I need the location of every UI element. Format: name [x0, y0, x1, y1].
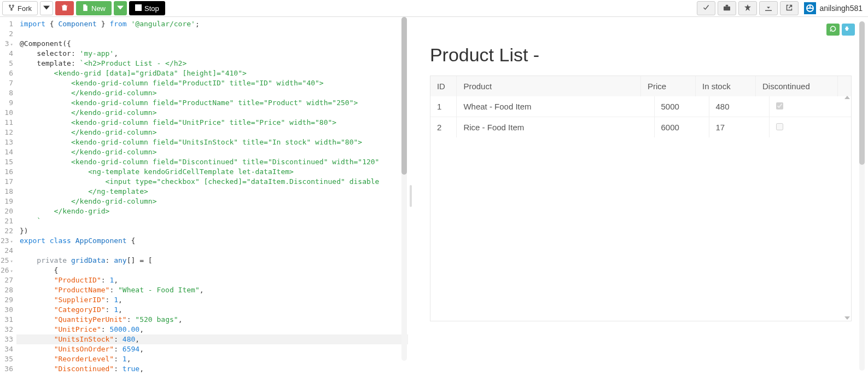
expand-preview-button[interactable]	[842, 24, 855, 36]
svg-point-1	[13, 5, 14, 6]
preview-pane: Product List - IDProductPriceIn stockDis…	[413, 17, 868, 375]
caret-down-icon	[117, 4, 124, 13]
star-icon	[744, 4, 751, 13]
caret-down-icon	[43, 4, 50, 13]
editor-code[interactable]: import { Component } from '@angular/core…	[16, 17, 408, 375]
preview-actions	[826, 24, 855, 36]
grid-scrollbar[interactable]	[843, 96, 850, 320]
stop-button[interactable]: Stop	[129, 1, 165, 15]
svg-rect-4	[724, 6, 730, 10]
external-link-icon	[786, 4, 793, 13]
editor-pane: 1234567891011121314151617181920212223242…	[0, 17, 408, 375]
grid-col-price[interactable]: Price	[641, 76, 696, 96]
refresh-icon	[830, 25, 836, 34]
topbar: Fork New Stop	[0, 0, 868, 16]
puzzle-icon	[845, 25, 852, 34]
refresh-preview-button[interactable]	[826, 24, 840, 36]
discontinued-checkbox	[776, 123, 783, 130]
grid-col-discontinued[interactable]: Discontinued	[756, 76, 838, 96]
user-avatar-icon	[804, 2, 816, 14]
user-block[interactable]: anilsingh581	[801, 2, 866, 14]
stop-label: Stop	[144, 4, 159, 13]
delete-button[interactable]	[55, 1, 74, 15]
check-button[interactable]	[697, 1, 715, 15]
file-icon	[82, 4, 89, 13]
grid-body: 1Wheat - Food Item50004802Rice - Food It…	[430, 96, 851, 137]
check-icon	[703, 4, 709, 13]
svg-rect-5	[726, 4, 729, 6]
username-label: anilsingh581	[819, 4, 863, 13]
briefcase-button[interactable]	[718, 1, 736, 15]
svg-rect-3	[135, 4, 142, 11]
preview-scrollbar-thumb[interactable]	[859, 21, 865, 165]
grid-col-product[interactable]: Product	[457, 76, 641, 96]
pane-splitter[interactable]	[408, 17, 413, 375]
stop-icon	[135, 4, 142, 13]
grid-header: IDProductPriceIn stockDiscontinued	[430, 76, 851, 96]
fork-dropdown[interactable]	[40, 1, 53, 15]
editor-gutter: 1234567891011121314151617181920212223242…	[0, 17, 16, 375]
new-label: New	[91, 4, 106, 13]
table-row[interactable]: 2Rice - Food Item600017	[430, 117, 851, 138]
fork-icon	[8, 4, 15, 13]
briefcase-icon	[724, 4, 730, 13]
trash-icon	[61, 4, 68, 13]
open-external-button[interactable]	[780, 1, 799, 15]
fork-button[interactable]: Fork	[2, 1, 38, 15]
product-grid: IDProductPriceIn stockDiscontinued 1Whea…	[430, 76, 852, 321]
preview-title: Product List -	[430, 44, 852, 66]
new-dropdown[interactable]	[114, 1, 127, 15]
grid-col-in-stock[interactable]: In stock	[696, 76, 756, 96]
new-button[interactable]: New	[76, 1, 112, 15]
download-button[interactable]	[759, 1, 778, 15]
fork-label: Fork	[18, 4, 32, 13]
star-button[interactable]	[738, 1, 757, 15]
svg-point-0	[9, 5, 10, 6]
discontinued-checkbox	[776, 102, 783, 109]
table-row[interactable]: 1Wheat - Food Item5000480	[430, 96, 851, 117]
download-icon	[765, 4, 772, 13]
workspace: 1234567891011121314151617181920212223242…	[0, 16, 868, 375]
grid-col-id[interactable]: ID	[430, 76, 457, 96]
editor-scrollbar-thumb[interactable]	[401, 17, 407, 175]
grid-scroll-up-icon[interactable]	[844, 96, 850, 99]
grid-scroll-down-icon[interactable]	[844, 316, 850, 320]
svg-point-2	[11, 9, 12, 10]
